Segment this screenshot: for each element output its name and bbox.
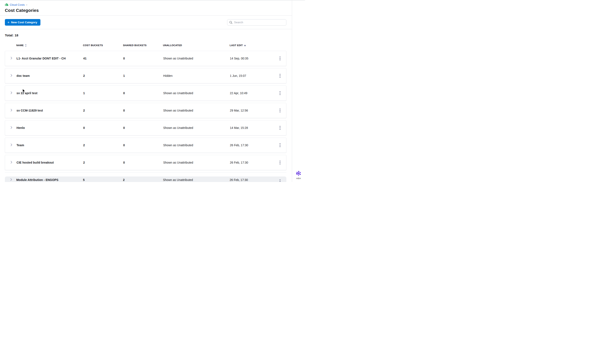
row-actions-menu-button[interactable]	[278, 178, 282, 182]
cost-buckets-value: 2	[83, 74, 123, 78]
last-edit-value: 26 Feb, 17:30	[230, 161, 274, 164]
cost-category-name: sv CCM-11829 test	[16, 109, 83, 112]
last-edit-value: 29 Mar, 12:56	[230, 109, 274, 112]
search-input[interactable]	[227, 19, 286, 26]
last-edit-value: 14 Mar, 15:28	[230, 126, 274, 130]
search-icon	[229, 21, 233, 25]
chevron-right-icon[interactable]	[5, 126, 16, 130]
table-row[interactable]: CIE hosted build breakout 2 0 Shown as U…	[5, 155, 286, 170]
cost-category-name: doc team	[16, 74, 83, 78]
table-row[interactable]: doc team 2 1 Hidden 1 Jun, 15:07	[5, 68, 286, 83]
cost-categories-page: $ Cloud Costs › Cost Categories + New Co…	[0, 0, 305, 182]
row-actions-menu-button[interactable]	[278, 90, 282, 96]
cost-buckets-value: 1	[83, 91, 123, 95]
shared-buckets-value: 0	[123, 109, 163, 112]
breadcrumb: $ Cloud Costs ›	[5, 3, 292, 7]
new-cost-category-label: New Cost Category	[11, 21, 37, 24]
table-row[interactable]: sv CCM-11829 test 2 0 Shown as Unattribu…	[5, 103, 286, 118]
chevron-right-icon[interactable]	[5, 109, 16, 112]
row-actions-menu-button[interactable]	[278, 125, 282, 131]
row-actions-menu-button[interactable]	[278, 159, 282, 166]
sort-ascending-icon	[244, 45, 246, 46]
total-label: Total:	[5, 33, 13, 37]
cost-category-name: CIE hosted build breakout	[16, 161, 83, 164]
cost-category-name: Henlo	[16, 126, 83, 130]
svg-text:$: $	[5, 4, 6, 6]
column-header-last-edit-label: LAST EDIT	[230, 44, 243, 47]
cost-category-name: Team	[16, 143, 83, 147]
cost-buckets-value: 2	[83, 143, 123, 147]
last-edit-value: 1 Jun, 15:07	[230, 74, 274, 78]
cost-buckets-value: 2	[83, 161, 123, 164]
table-body: L1- Acct Granular DONT EDIT - CH 41 0 Sh…	[5, 51, 286, 182]
column-header-shared-buckets: SHARED BUCKETS	[123, 44, 163, 47]
search-container	[227, 19, 286, 26]
cost-category-name: Module Attribution - ENGOPS	[16, 178, 83, 182]
unallocated-value: Hidden	[163, 74, 230, 78]
cloud-costs-icon: $	[5, 3, 9, 6]
total-count: Total:18	[5, 33, 292, 37]
right-rail: AIDA	[292, 0, 305, 182]
column-header-unallocated: UNALLOCATED	[163, 44, 230, 47]
main-column: $ Cloud Costs › Cost Categories + New Co…	[0, 0, 292, 182]
breadcrumb-cloud-costs-link[interactable]: $ Cloud Costs	[5, 3, 25, 6]
aida-button[interactable]: AIDA	[296, 170, 302, 180]
unallocated-value: Shown as Unattributed	[163, 143, 230, 147]
new-cost-category-button[interactable]: + New Cost Category	[5, 19, 40, 26]
last-edit-value: 22 Apr, 10:49	[230, 91, 274, 95]
chevron-right-icon[interactable]	[5, 178, 16, 182]
table-row[interactable]: Henlo 0 0 Shown as Unattributed 14 Mar, …	[5, 120, 286, 135]
unallocated-value: Shown as Unattributed	[163, 161, 230, 164]
chevron-right-icon[interactable]	[5, 74, 16, 78]
unallocated-value: Shown as Unattributed	[163, 126, 230, 130]
page-title: Cost Categories	[5, 8, 292, 13]
table-header: NAME COST BUCKETS SHARED BUCKETS UNALLOC…	[5, 44, 286, 47]
column-header-name[interactable]: NAME	[16, 44, 83, 47]
last-edit-value: 26 Feb, 17:30	[230, 178, 274, 182]
chevron-right-icon[interactable]	[5, 161, 16, 164]
row-actions-menu-button[interactable]	[278, 73, 282, 79]
unallocated-value: Shown as Unattributed	[163, 91, 230, 95]
total-value: 18	[15, 33, 18, 37]
unallocated-value: Shown as Unattributed	[163, 57, 230, 60]
shared-buckets-value: 0	[123, 143, 163, 147]
toolbar: + New Cost Category	[0, 16, 292, 29]
unallocated-value: Shown as Unattributed	[163, 178, 230, 182]
breadcrumb-label: Cloud Costs	[10, 3, 25, 6]
page-header: $ Cloud Costs › Cost Categories	[0, 0, 292, 16]
column-header-cost-buckets: COST BUCKETS	[83, 44, 123, 47]
shared-buckets-value: 0	[123, 91, 163, 95]
cost-buckets-value: 5	[83, 178, 123, 182]
row-actions-menu-button[interactable]	[278, 142, 282, 148]
last-edit-value: 26 Feb, 17:30	[230, 143, 274, 147]
last-edit-value: 14 Sep, 00:35	[230, 57, 274, 60]
aida-label: AIDA	[296, 177, 301, 180]
chevron-right-icon[interactable]	[5, 91, 16, 95]
table-row[interactable]: Module Attribution - ENGOPS 5 2 Shown as…	[5, 177, 286, 182]
plus-icon: +	[7, 21, 10, 24]
chevron-right-icon[interactable]	[5, 143, 16, 147]
breadcrumb-separator-icon: ›	[26, 3, 27, 7]
row-actions-menu-button[interactable]	[278, 107, 282, 114]
shared-buckets-value: 0	[123, 57, 163, 60]
column-header-name-label: NAME	[16, 44, 24, 47]
table-row[interactable]: Team 2 0 Shown as Unattributed 26 Feb, 1…	[5, 138, 286, 153]
cost-buckets-value: 0	[83, 126, 123, 130]
shared-buckets-value: 1	[123, 74, 163, 78]
chevron-right-icon[interactable]	[5, 57, 16, 60]
table-row[interactable]: sv 22 april test 1 0 Shown as Unattribut…	[5, 86, 286, 101]
cost-buckets-value: 2	[83, 109, 123, 112]
cost-category-name: sv 22 april test	[16, 91, 83, 95]
cost-category-name: L1- Acct Granular DONT EDIT - CH	[16, 57, 83, 60]
table-row[interactable]: L1- Acct Granular DONT EDIT - CH 41 0 Sh…	[5, 51, 286, 66]
shared-buckets-value: 2	[123, 178, 163, 182]
shared-buckets-value: 0	[123, 126, 163, 130]
unallocated-value: Shown as Unattributed	[163, 109, 230, 112]
cost-buckets-value: 41	[83, 57, 123, 60]
shared-buckets-value: 0	[123, 161, 163, 164]
content-area: Total:18 NAME COST BUCKETS SHARED BUCKET…	[0, 29, 292, 182]
row-actions-menu-button[interactable]	[278, 55, 282, 62]
aida-icon	[296, 170, 302, 177]
column-header-last-edit[interactable]: LAST EDIT	[230, 44, 274, 47]
sort-both-icon	[25, 44, 27, 47]
